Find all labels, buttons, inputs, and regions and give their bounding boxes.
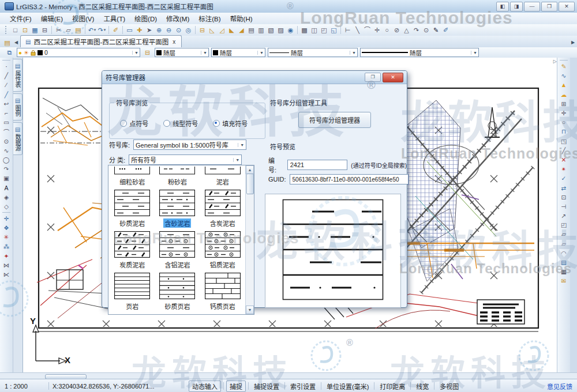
symbol-list[interactable]: 细粒砂岩粉砂岩泥岩砂质泥岩含砂泥岩含炭泥岩炭质泥岩含铝泥岩铝质泥岩页岩砂质页岩钙… bbox=[108, 165, 254, 315]
status-button-7[interactable]: 多视图 bbox=[437, 381, 462, 391]
panel-tab-2[interactable]: ▤数据源 bbox=[13, 122, 23, 155]
node-snap-button[interactable]: ✦ bbox=[1, 251, 12, 261]
status-button-5[interactable]: 打印距离 bbox=[377, 381, 408, 391]
zoom-out-button[interactable]: ⊖ bbox=[164, 25, 174, 35]
symbol-item[interactable]: 钙质页岩 bbox=[200, 273, 245, 311]
zoom-extents-button[interactable]: ◎ bbox=[183, 25, 193, 35]
draw-circle-center-button[interactable]: ⊙ bbox=[1, 137, 12, 146]
zoom-window-button[interactable]: ⊙ bbox=[174, 25, 183, 35]
annotate-pen-2-button[interactable]: ✐ bbox=[441, 25, 451, 35]
parallelogram-tool-button[interactable]: ▱ bbox=[559, 229, 569, 239]
point-symbol-radio[interactable]: 点符号 bbox=[120, 119, 148, 128]
layer-manager-button[interactable]: ⧉ bbox=[5, 48, 14, 57]
status-button-6[interactable]: 线宽 bbox=[413, 381, 432, 391]
extend-tool-button[interactable]: ↗ bbox=[559, 211, 569, 220]
measure-curve-button[interactable]: ↷ bbox=[411, 25, 421, 35]
open-file-button[interactable]: ⊡ bbox=[20, 25, 30, 35]
maximize-button[interactable]: ❐ bbox=[541, 2, 557, 12]
erase-node-tool-button[interactable]: ✕ bbox=[559, 155, 569, 164]
layer-tool-2-button[interactable]: ▥ bbox=[256, 25, 266, 35]
category-combo[interactable]: 所有符号 ▼ bbox=[129, 154, 242, 165]
draw-arc-button[interactable]: ⌒ bbox=[1, 127, 12, 136]
slope-tool-4-button[interactable]: ◢ bbox=[237, 25, 246, 35]
symbol-item[interactable]: 页岩 bbox=[110, 273, 155, 311]
edit-sketch-button[interactable]: ✎ bbox=[559, 62, 569, 71]
node-add-button[interactable]: ✛ bbox=[1, 214, 12, 223]
snap-point-tool-button[interactable]: ✴ bbox=[559, 164, 569, 174]
copy-button[interactable]: ▱ bbox=[63, 25, 73, 35]
line-symbol-radio[interactable]: 线型符号 bbox=[163, 119, 198, 128]
annotate-pen-button[interactable]: ✎ bbox=[431, 25, 441, 35]
layer-combo-arrow[interactable]: ▼ bbox=[132, 51, 138, 55]
minimize-button[interactable]: — bbox=[524, 2, 540, 12]
pan-button[interactable]: ✚ bbox=[134, 25, 144, 35]
symbol-item[interactable]: 含炭泥岩 bbox=[200, 190, 245, 228]
save-file-button[interactable]: ▦ bbox=[30, 25, 40, 35]
select-cursor-button[interactable]: ➤ bbox=[144, 25, 154, 35]
tab-close-icon[interactable]: x bbox=[171, 39, 177, 45]
draw-wave-button[interactable]: ∿ bbox=[1, 146, 12, 155]
print-region-tool-button[interactable]: ▤ bbox=[559, 258, 569, 267]
layer-tool-3-button[interactable]: ▧ bbox=[266, 25, 276, 35]
view-tool-1-button[interactable]: ▩ bbox=[299, 25, 309, 35]
linetype-combo[interactable]: 随层 ▼ bbox=[268, 48, 358, 57]
scroll-down-arrow[interactable]: ▼ bbox=[246, 306, 254, 314]
symbol-item[interactable]: 含砂泥岩 bbox=[155, 190, 200, 228]
send-tool-button[interactable]: ✉ bbox=[559, 276, 569, 285]
select-rect-button[interactable]: ▭ bbox=[125, 25, 134, 35]
corner-tool-button[interactable]: ◳ bbox=[559, 137, 569, 146]
titlebar-extra-button-2[interactable]: ◨ bbox=[510, 2, 523, 12]
smooth-tool-button[interactable]: ✓ bbox=[559, 174, 569, 183]
node-array-button[interactable]: ⁂ bbox=[1, 242, 12, 251]
reverse-tool-button[interactable]: ⇄ bbox=[559, 183, 569, 192]
fill-region-tool-button[interactable]: ▦ bbox=[559, 267, 569, 276]
crop-tool-button[interactable]: ⊡ bbox=[559, 193, 569, 202]
symbol-item[interactable]: 粉砂岩 bbox=[155, 167, 200, 186]
menu-item-5[interactable]: 修改(M) bbox=[162, 13, 193, 24]
lineweight-combo[interactable]: 随层 ▼ bbox=[360, 48, 479, 57]
symbol-item[interactable]: 铝质泥岩 bbox=[200, 231, 245, 269]
draw-corner-button[interactable]: ⌐ bbox=[1, 108, 12, 118]
measure-angle-button[interactable]: △ bbox=[402, 25, 411, 35]
panel-expander-icon[interactable]: ▷ bbox=[553, 59, 557, 64]
guid-input[interactable]: 50613630-8bf7-11e0-8000-001e658f4e50 bbox=[290, 174, 409, 184]
group-manager-button[interactable]: 符号库分组管理器 bbox=[298, 112, 371, 128]
new-file-button[interactable]: □ bbox=[10, 25, 20, 35]
array-tool-button[interactable]: ⊞ bbox=[559, 99, 569, 108]
rotate-tool-button[interactable]: ○ bbox=[559, 118, 569, 127]
measure-horizontal-button[interactable]: ⊢ bbox=[343, 25, 353, 35]
layer-properties-button[interactable]: ⊟ bbox=[143, 48, 152, 57]
redo-button[interactable]: ↷▾ bbox=[97, 25, 107, 35]
status-button-4[interactable]: 单位设置(毫米) bbox=[324, 381, 372, 391]
polygon-edit-tool-button[interactable]: ▱ bbox=[559, 239, 569, 248]
symbol-item[interactable]: 含铝泥岩 bbox=[155, 231, 200, 269]
draw-hatch-solid-button[interactable]: ◇ bbox=[1, 202, 12, 211]
layer-tool-1-button[interactable]: ▤ bbox=[246, 25, 256, 35]
zoom-in-button[interactable]: ⊕ bbox=[154, 25, 164, 35]
draw-text-button[interactable]: A bbox=[1, 183, 12, 192]
library-combo[interactable]: General symbol lib 1:5000符号库 ▼ bbox=[133, 140, 246, 150]
symbol-item[interactable]: 炭质泥岩 bbox=[110, 231, 155, 269]
node-join-button[interactable]: ⋈ bbox=[1, 261, 12, 270]
symbol-item[interactable]: 泥岩 bbox=[200, 167, 245, 186]
menu-item-0[interactable]: 文件(F) bbox=[6, 13, 36, 24]
menu-item-2[interactable]: 视图(V) bbox=[68, 13, 98, 24]
measure-diameter-button[interactable]: ⊘ bbox=[392, 25, 402, 35]
tab-list-button[interactable]: ▤ bbox=[2, 38, 12, 47]
draw-ellipse-button[interactable]: ◯ bbox=[1, 155, 12, 164]
trim-tool-button[interactable]: ⊣ bbox=[559, 202, 569, 211]
view-tool-2-button[interactable]: ◫ bbox=[309, 25, 319, 35]
view-tool-4-button[interactable]: ◱ bbox=[329, 25, 339, 35]
offset-tool-button[interactable]: ⊓ bbox=[559, 127, 569, 136]
view-tool-3-button[interactable]: ◰ bbox=[319, 25, 329, 35]
node-edit-button[interactable]: ❖ bbox=[1, 223, 12, 232]
symbol-id-input[interactable]: 2421 bbox=[287, 160, 348, 170]
node-split-button[interactable]: ⋉ bbox=[1, 270, 12, 279]
draw-revcloud-button[interactable]: ↩ bbox=[1, 99, 12, 108]
panel-tab-1[interactable]: ▤图例 bbox=[13, 93, 23, 120]
measure-slope-button[interactable]: ╲ bbox=[353, 25, 362, 35]
tab-scroll-right-button[interactable]: ▶ bbox=[569, 38, 577, 47]
symbol-list-scrollbar[interactable]: ▲ ▼ bbox=[245, 165, 254, 314]
color-combo-2[interactable]: 随层 ▼ bbox=[211, 48, 265, 57]
measure-point-button[interactable]: ⊙ bbox=[421, 25, 431, 35]
